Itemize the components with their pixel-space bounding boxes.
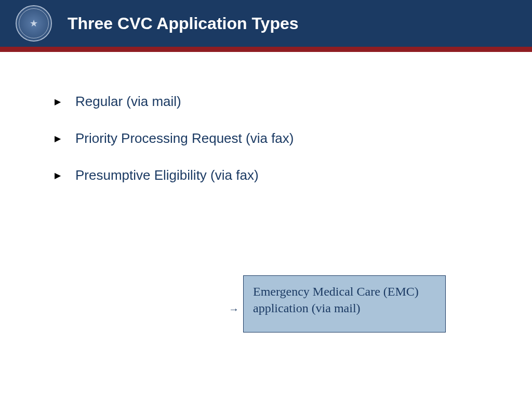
callout-wrap: → Emergency Medical Care (EMC) applicati… xyxy=(229,275,446,332)
list-item: ▶ Regular (via mail) xyxy=(55,94,485,110)
bullet-text: Regular (via mail) xyxy=(75,94,181,110)
texas-ag-seal-icon: ★ xyxy=(16,5,52,42)
bullet-text: Priority Processing Request (via fax) xyxy=(75,130,294,147)
star-icon: ★ xyxy=(28,17,40,30)
bullet-text: Presumptive Eligibility (via fax) xyxy=(75,167,259,183)
list-item: ▶ Priority Processing Request (via fax) xyxy=(55,130,485,147)
slide-title: Three CVC Application Types xyxy=(68,14,299,33)
bullet-marker-icon: ▶ xyxy=(55,134,61,143)
arrow-right-icon: → xyxy=(229,303,239,315)
slide-header: ★ Three CVC Application Types xyxy=(0,0,532,47)
accent-bar xyxy=(0,47,532,52)
list-item: ▶ Presumptive Eligibility (via fax) xyxy=(55,167,485,183)
bullet-marker-icon: ▶ xyxy=(55,97,61,107)
callout-box: Emergency Medical Care (EMC) application… xyxy=(243,275,446,332)
slide-content: ▶ Regular (via mail) ▶ Priority Processi… xyxy=(0,52,532,183)
bullet-list: ▶ Regular (via mail) ▶ Priority Processi… xyxy=(55,94,485,183)
bullet-marker-icon: ▶ xyxy=(55,170,61,180)
callout-text: Emergency Medical Care (EMC) application… xyxy=(253,283,436,317)
